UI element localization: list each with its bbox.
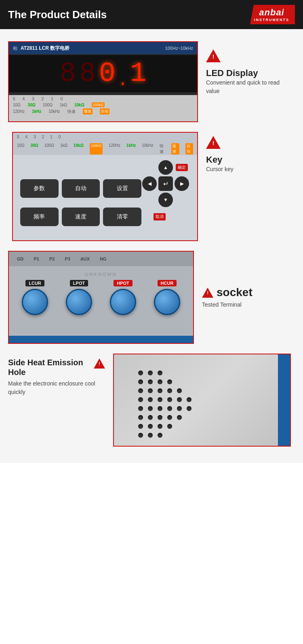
key-btn-params[interactable]: 参数	[20, 179, 59, 198]
socket-unknown-label: UNKNOWN	[85, 272, 117, 277]
hole-7-2	[148, 424, 153, 429]
heat-title-row: Side Heat Emission Hole	[8, 358, 105, 377]
key-top-strip: 5 4 3 2 1 0 10Ω 30Ω 100Ω 1kΩ 10kΩ 100kΩ …	[13, 133, 197, 155]
kr-100kohm: 100kΩ	[90, 143, 103, 155]
sl-aux: AUX	[80, 256, 90, 261]
hole-2-1	[138, 379, 143, 384]
logo-container: anbai INSTRUMENTS	[250, 5, 295, 24]
led-feature-title-container: LED Display	[206, 68, 287, 78]
hole-6-1	[138, 415, 143, 420]
hole-8-2	[148, 433, 153, 438]
hole-6-3	[158, 415, 162, 420]
key-btn-settings[interactable]: 设置	[103, 179, 141, 198]
heat-feature-title: Side Heat Emission Hole	[8, 358, 91, 377]
logo-box: anbai INSTRUMENTS	[250, 5, 295, 24]
knob-hcur	[154, 289, 180, 315]
nav-empty-bl	[142, 193, 157, 207]
heat-holes-area	[138, 371, 191, 442]
led-display-image: 柏 AT2811 LCR 数字电桥 100Hz~10kHz 8 8 0 . 1 …	[8, 41, 198, 122]
led-info: LED Display Convenient and quick to read…	[206, 41, 287, 100]
kr-1: 1	[50, 135, 53, 139]
badge-hcur: HCUR	[158, 280, 177, 286]
hole-5-2	[148, 406, 153, 411]
nav-enter[interactable]: ↵	[158, 176, 173, 191]
hole-1-3	[158, 371, 162, 375]
socket-info: socket Tested Terminal	[202, 282, 291, 313]
hole-4-6	[187, 397, 191, 402]
main-content: 柏 AT2811 LCR 数字电桥 100Hz~10kHz 8 8 0 . 1 …	[0, 29, 303, 463]
key-btn-auto[interactable]: 自动	[62, 179, 100, 198]
hole-3-4	[167, 388, 172, 393]
logo-sub: INSTRUMENTS	[254, 18, 289, 22]
r-10ohm: 10Ω	[13, 103, 21, 107]
badge-hpot: HPOT	[114, 280, 133, 286]
key-range-row2: 10Ω 30Ω 100Ω 1kΩ 10kΩ 100kΩ 120Hz 1kHz 1…	[13, 141, 197, 157]
led-dot: .	[118, 73, 128, 92]
hole-4-4	[167, 397, 172, 402]
key-btn-speed[interactable]: 速度	[62, 208, 100, 226]
blue-side-strip	[278, 354, 290, 446]
hole-6-5	[177, 415, 182, 420]
key-btn-clear[interactable]: 清零 取消	[103, 208, 141, 226]
kr-1khz: 1kHz	[126, 143, 136, 155]
terminal-hcur: HCUR	[154, 280, 180, 315]
led-digit-0: 0	[98, 59, 116, 88]
hole-2-3	[158, 379, 162, 384]
nav-empty-br	[175, 193, 189, 207]
key-main-buttons-row2: 频率 速度 清零 取消	[17, 208, 145, 226]
pos-4: 4	[23, 97, 25, 101]
heat-feature-desc: Make the electronic enclosure cool quick…	[8, 380, 95, 395]
led-digit-1: 1	[129, 59, 147, 88]
hole-8-3	[158, 433, 162, 438]
hole-3-2	[148, 388, 153, 393]
heat-image	[113, 354, 291, 447]
terminal-lcur: LCUR	[22, 280, 48, 315]
logo-main: anbai	[259, 7, 284, 18]
knob-lpot	[66, 289, 92, 315]
hole-row-4	[138, 397, 191, 402]
warning-icon-led	[206, 49, 221, 62]
sl-p1: P1	[34, 256, 39, 261]
kr-0: 0	[59, 135, 61, 139]
kr-120hz: 120Hz	[109, 143, 120, 155]
nav-up[interactable]: ▲	[158, 160, 173, 175]
kr-fast: 快速	[160, 143, 166, 155]
heat-info: Side Heat Emission Hole Make the electro…	[8, 354, 105, 396]
bottom-blue-strip	[9, 336, 193, 343]
f-fast: 快速	[67, 109, 76, 114]
led-feature-title: LED Display	[206, 68, 258, 78]
f-10khz: 10kHz	[48, 109, 60, 114]
terminal-lpot: LPOT	[66, 280, 92, 315]
sl-p3: P3	[65, 256, 70, 261]
f-slow: 慢速	[83, 108, 93, 114]
key-range-row1: 5 4 3 2 1 0	[13, 133, 197, 141]
sl-gd: GD	[17, 256, 24, 261]
socket-feature-title: socket	[217, 286, 253, 299]
hole-5-5	[177, 406, 182, 411]
nav-down[interactable]: ▼	[158, 193, 173, 207]
key-btn-freq[interactable]: 频率	[20, 208, 59, 226]
nav-empty-tr: 确定	[175, 160, 189, 175]
hole-5-1	[138, 406, 143, 411]
heat-section: Side Heat Emission Hole Make the electro…	[8, 354, 295, 447]
kr-1kohm: 1kΩ	[60, 143, 67, 155]
socket-section: GD P1 P2 P3 AUX NG UNKNOWN LCUR LPOT	[8, 251, 295, 344]
badge-lcur: LCUR	[25, 280, 44, 286]
f-1khz: 1kHz	[32, 109, 41, 114]
hole-row-6	[138, 415, 191, 420]
key-nav-area: ▲ 确定 ◀ ↵ ▶ ▼	[142, 160, 189, 207]
kr-10khz: 10kHz	[142, 143, 153, 155]
nav-left[interactable]: ◀	[142, 176, 157, 191]
hole-row-3	[138, 388, 191, 393]
kr-100ohm: 100Ω	[44, 143, 54, 155]
r-100kohm: 100kΩ	[92, 102, 105, 107]
kr-4: 4	[25, 135, 28, 139]
nav-right[interactable]: ▶	[175, 176, 189, 191]
socket-top-bar: GD P1 P2 P3 AUX NG	[9, 252, 193, 266]
led-feature-desc: Convenient and quick to read value	[206, 78, 287, 95]
page-title: The Product Details	[8, 8, 107, 21]
pos-3: 3	[32, 97, 34, 101]
badge-lpot: LPOT	[70, 280, 88, 286]
hole-5-3	[158, 406, 162, 411]
hole-row-8	[138, 433, 191, 438]
